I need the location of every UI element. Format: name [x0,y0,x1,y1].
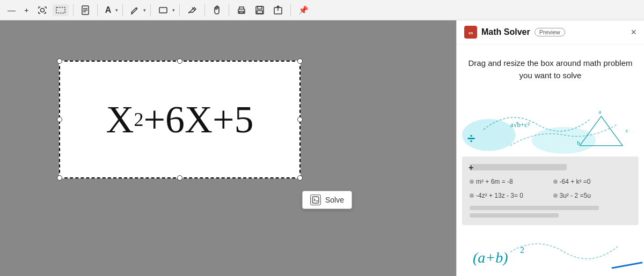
example-3: -4z² + 13z - 3= 0 [470,192,548,199]
svg-text:2: 2 [520,245,524,255]
handle-bot-left[interactable] [57,175,62,181]
example-4-text: 3u² - 2 =5u [560,192,591,199]
panel-app-icon: vo [464,26,477,39]
divider-7 [229,4,229,16]
solve-button[interactable]: Solve [302,191,352,209]
math-expression: X2+6X+5 [60,62,299,177]
screenshot-btn[interactable] [34,3,50,17]
add-btn[interactable]: + [21,3,32,17]
math-x: X [106,98,134,142]
panel-title: Math Solver [481,27,530,37]
panel-close-button[interactable]: × [631,27,636,37]
svg-line-27 [612,263,642,268]
math-rest: +6X+5 [143,98,253,142]
examples-panel: + m² + 6m = -8 -64 + k² =0 -4z² + [462,156,639,225]
select-btn[interactable] [53,4,69,16]
example-dot-2 [553,180,558,184]
save-btn[interactable] [252,3,268,17]
solve-button-container: Solve [302,191,352,209]
text-tool-group: A ▾ [102,3,119,17]
solve-label: Solve [325,196,344,204]
svg-rect-11 [258,6,262,9]
divider-6 [204,4,205,16]
handle-top-mid[interactable] [177,58,182,64]
panel-header: vo Math Solver Preview × [457,20,644,44]
share-btn[interactable] [270,3,286,17]
example-1: m² + 6m = -8 [470,178,548,185]
svg-text:c: c [626,127,628,133]
handle-mid-right[interactable] [297,117,303,122]
example-4: 3u² - 2 =5u [553,192,632,199]
svg-text:÷: ÷ [467,131,475,146]
example-2: -64 + k² =0 [553,178,632,185]
shape-tool-group: ▾ [155,3,175,17]
eraser-btn[interactable] [184,3,200,17]
svg-point-18 [532,127,596,154]
handle-top-right[interactable] [297,58,303,64]
examples-header-bar [470,164,567,170]
examples-row-2: -4z² + 13z - 3= 0 3u² - 2 =5u [470,192,631,199]
svg-text:(a+b): (a+b) [473,249,508,266]
math-superscript: 2 [134,108,143,131]
svg-rect-1 [56,7,65,13]
examples-footer-1 [470,206,599,210]
preview-badge: Preview [535,28,565,36]
example-dot-1 [470,180,474,184]
hand-btn[interactable] [209,3,224,17]
examples-footer-2 [470,213,559,218]
shape-btn[interactable] [155,3,171,17]
draw-arrow: ▾ [143,8,146,13]
handle-mid-left[interactable] [57,117,62,122]
divider-4 [150,4,151,16]
bottom-illustration: (a+b) 2 [457,230,644,273]
examples-row-1: m² + 6m = -8 -64 + k² =0 [470,178,631,185]
svg-text:vo: vo [469,31,473,35]
panel-instruction: Drag and resize the box around math prob… [457,44,644,87]
illustration: ÷ a√b+c² c a b [457,87,644,156]
divider-1 [73,4,74,16]
svg-rect-9 [239,11,244,13]
page-btn[interactable] [78,3,93,17]
panel-body: Drag and resize the box around math prob… [457,44,644,276]
solve-icon [310,195,321,205]
plus-cursor: + [469,163,473,173]
svg-text:a: a [598,108,601,115]
example-dot-4 [553,193,558,198]
shape-arrow: ▾ [172,8,175,13]
handle-bot-right[interactable] [297,175,303,181]
right-panel: vo Math Solver Preview × Drag and resize… [456,20,644,276]
minimize-btn[interactable]: — [4,3,19,17]
divider-2 [97,4,98,16]
handle-top-left[interactable] [57,58,62,64]
text-arrow: ▾ [115,8,118,13]
svg-rect-6 [159,8,167,13]
selection-box[interactable]: X2+6X+5 [59,61,301,178]
toolbar: — + A ▾ ▾ [0,0,644,20]
divider-8 [290,4,291,16]
main-content: X2+6X+5 Solve vo [0,20,644,276]
svg-rect-12 [257,11,262,13]
draw-btn[interactable] [127,3,142,17]
divider-5 [179,4,180,16]
example-3-text: -4z² + 13z - 3= 0 [476,192,523,199]
draw-tool-group: ▾ [127,3,146,17]
canvas-area[interactable]: X2+6X+5 Solve [0,20,456,276]
text-btn[interactable]: A [102,3,115,17]
example-dot-3 [470,193,474,198]
svg-point-0 [40,8,44,12]
example-1-text: m² + 6m = -8 [476,178,513,185]
svg-text:a√b+c²: a√b+c² [510,121,530,129]
example-2-text: -64 + k² =0 [560,178,591,185]
divider-3 [122,4,123,16]
print-btn[interactable] [233,3,250,17]
pin-btn[interactable]: 📌 [295,3,312,17]
svg-text:b: b [577,139,580,146]
handle-bot-mid[interactable] [177,175,182,181]
